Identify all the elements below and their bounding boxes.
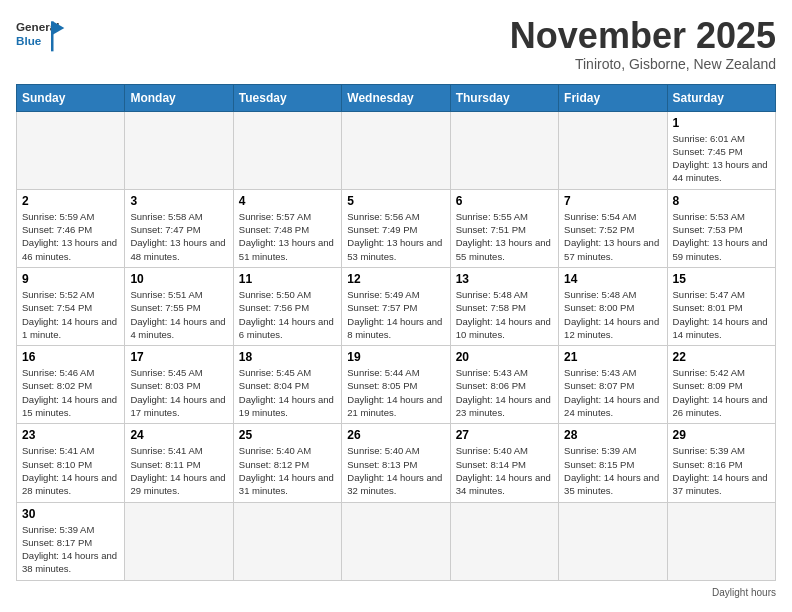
calendar-day: 2Sunrise: 5:59 AM Sunset: 7:46 PM Daylig…	[17, 189, 125, 267]
calendar-day: 1Sunrise: 6:01 AM Sunset: 7:45 PM Daylig…	[667, 111, 775, 189]
day-info: Sunrise: 5:52 AM Sunset: 7:54 PM Dayligh…	[22, 288, 119, 341]
day-info: Sunrise: 5:56 AM Sunset: 7:49 PM Dayligh…	[347, 210, 444, 263]
day-number: 19	[347, 350, 444, 364]
day-info: Sunrise: 5:48 AM Sunset: 8:00 PM Dayligh…	[564, 288, 661, 341]
calendar-day	[125, 502, 233, 580]
calendar-day: 16Sunrise: 5:46 AM Sunset: 8:02 PM Dayli…	[17, 346, 125, 424]
location: Tiniroto, Gisborne, New Zealand	[510, 56, 776, 72]
day-info: Sunrise: 5:39 AM Sunset: 8:16 PM Dayligh…	[673, 444, 770, 497]
day-info: Sunrise: 5:40 AM Sunset: 8:14 PM Dayligh…	[456, 444, 553, 497]
day-info: Sunrise: 5:41 AM Sunset: 8:11 PM Dayligh…	[130, 444, 227, 497]
calendar-day: 13Sunrise: 5:48 AM Sunset: 7:58 PM Dayli…	[450, 267, 558, 345]
weekday-header-friday: Friday	[559, 84, 667, 111]
svg-text:Blue: Blue	[16, 34, 42, 47]
weekday-header-saturday: Saturday	[667, 84, 775, 111]
calendar-day	[450, 502, 558, 580]
day-number: 10	[130, 272, 227, 286]
day-number: 12	[347, 272, 444, 286]
calendar-day: 8Sunrise: 5:53 AM Sunset: 7:53 PM Daylig…	[667, 189, 775, 267]
day-number: 25	[239, 428, 336, 442]
calendar-day	[559, 502, 667, 580]
calendar-day: 4Sunrise: 5:57 AM Sunset: 7:48 PM Daylig…	[233, 189, 341, 267]
calendar-day: 27Sunrise: 5:40 AM Sunset: 8:14 PM Dayli…	[450, 424, 558, 502]
calendar-day: 5Sunrise: 5:56 AM Sunset: 7:49 PM Daylig…	[342, 189, 450, 267]
footer-note: Daylight hours	[16, 587, 776, 598]
weekday-header-thursday: Thursday	[450, 84, 558, 111]
day-info: Sunrise: 5:53 AM Sunset: 7:53 PM Dayligh…	[673, 210, 770, 263]
day-number: 24	[130, 428, 227, 442]
day-info: Sunrise: 5:50 AM Sunset: 7:56 PM Dayligh…	[239, 288, 336, 341]
day-info: Sunrise: 5:45 AM Sunset: 8:04 PM Dayligh…	[239, 366, 336, 419]
calendar-day: 17Sunrise: 5:45 AM Sunset: 8:03 PM Dayli…	[125, 346, 233, 424]
calendar-day: 23Sunrise: 5:41 AM Sunset: 8:10 PM Dayli…	[17, 424, 125, 502]
calendar-day	[667, 502, 775, 580]
logo: General Blue	[16, 16, 66, 60]
day-number: 20	[456, 350, 553, 364]
calendar-day	[342, 502, 450, 580]
day-number: 1	[673, 116, 770, 130]
day-info: Sunrise: 5:43 AM Sunset: 8:06 PM Dayligh…	[456, 366, 553, 419]
day-number: 5	[347, 194, 444, 208]
day-number: 6	[456, 194, 553, 208]
day-info: Sunrise: 6:01 AM Sunset: 7:45 PM Dayligh…	[673, 132, 770, 185]
day-number: 4	[239, 194, 336, 208]
day-info: Sunrise: 5:48 AM Sunset: 7:58 PM Dayligh…	[456, 288, 553, 341]
day-info: Sunrise: 5:40 AM Sunset: 8:13 PM Dayligh…	[347, 444, 444, 497]
weekday-header-sunday: Sunday	[17, 84, 125, 111]
calendar-day	[233, 502, 341, 580]
day-info: Sunrise: 5:57 AM Sunset: 7:48 PM Dayligh…	[239, 210, 336, 263]
calendar-day: 22Sunrise: 5:42 AM Sunset: 8:09 PM Dayli…	[667, 346, 775, 424]
day-info: Sunrise: 5:49 AM Sunset: 7:57 PM Dayligh…	[347, 288, 444, 341]
day-number: 16	[22, 350, 119, 364]
calendar-day: 11Sunrise: 5:50 AM Sunset: 7:56 PM Dayli…	[233, 267, 341, 345]
day-info: Sunrise: 5:45 AM Sunset: 8:03 PM Dayligh…	[130, 366, 227, 419]
weekday-header-monday: Monday	[125, 84, 233, 111]
day-info: Sunrise: 5:55 AM Sunset: 7:51 PM Dayligh…	[456, 210, 553, 263]
calendar-day: 14Sunrise: 5:48 AM Sunset: 8:00 PM Dayli…	[559, 267, 667, 345]
day-info: Sunrise: 5:39 AM Sunset: 8:17 PM Dayligh…	[22, 523, 119, 576]
day-info: Sunrise: 5:51 AM Sunset: 7:55 PM Dayligh…	[130, 288, 227, 341]
calendar-day: 18Sunrise: 5:45 AM Sunset: 8:04 PM Dayli…	[233, 346, 341, 424]
day-info: Sunrise: 5:59 AM Sunset: 7:46 PM Dayligh…	[22, 210, 119, 263]
day-number: 21	[564, 350, 661, 364]
title-block: November 2025 Tiniroto, Gisborne, New Ze…	[510, 16, 776, 72]
weekday-header-wednesday: Wednesday	[342, 84, 450, 111]
calendar-day	[125, 111, 233, 189]
day-number: 18	[239, 350, 336, 364]
day-number: 2	[22, 194, 119, 208]
day-number: 3	[130, 194, 227, 208]
day-number: 29	[673, 428, 770, 442]
general-blue-logo: General Blue	[16, 16, 66, 60]
day-info: Sunrise: 5:58 AM Sunset: 7:47 PM Dayligh…	[130, 210, 227, 263]
calendar-day: 26Sunrise: 5:40 AM Sunset: 8:13 PM Dayli…	[342, 424, 450, 502]
calendar-week-5: 23Sunrise: 5:41 AM Sunset: 8:10 PM Dayli…	[17, 424, 776, 502]
day-number: 7	[564, 194, 661, 208]
calendar-day	[342, 111, 450, 189]
calendar-day: 25Sunrise: 5:40 AM Sunset: 8:12 PM Dayli…	[233, 424, 341, 502]
calendar-week-1: 1Sunrise: 6:01 AM Sunset: 7:45 PM Daylig…	[17, 111, 776, 189]
calendar-day: 29Sunrise: 5:39 AM Sunset: 8:16 PM Dayli…	[667, 424, 775, 502]
calendar-day: 7Sunrise: 5:54 AM Sunset: 7:52 PM Daylig…	[559, 189, 667, 267]
day-number: 22	[673, 350, 770, 364]
calendar-day	[233, 111, 341, 189]
day-number: 28	[564, 428, 661, 442]
day-number: 27	[456, 428, 553, 442]
day-info: Sunrise: 5:47 AM Sunset: 8:01 PM Dayligh…	[673, 288, 770, 341]
day-number: 11	[239, 272, 336, 286]
day-number: 17	[130, 350, 227, 364]
day-number: 9	[22, 272, 119, 286]
day-info: Sunrise: 5:46 AM Sunset: 8:02 PM Dayligh…	[22, 366, 119, 419]
calendar-day	[559, 111, 667, 189]
calendar-day	[17, 111, 125, 189]
calendar-day: 21Sunrise: 5:43 AM Sunset: 8:07 PM Dayli…	[559, 346, 667, 424]
day-info: Sunrise: 5:43 AM Sunset: 8:07 PM Dayligh…	[564, 366, 661, 419]
calendar-day: 12Sunrise: 5:49 AM Sunset: 7:57 PM Dayli…	[342, 267, 450, 345]
calendar-week-6: 30Sunrise: 5:39 AM Sunset: 8:17 PM Dayli…	[17, 502, 776, 580]
calendar-day	[450, 111, 558, 189]
calendar-day: 10Sunrise: 5:51 AM Sunset: 7:55 PM Dayli…	[125, 267, 233, 345]
calendar-day: 19Sunrise: 5:44 AM Sunset: 8:05 PM Dayli…	[342, 346, 450, 424]
weekday-header-tuesday: Tuesday	[233, 84, 341, 111]
svg-rect-3	[51, 21, 54, 51]
day-info: Sunrise: 5:39 AM Sunset: 8:15 PM Dayligh…	[564, 444, 661, 497]
day-number: 14	[564, 272, 661, 286]
